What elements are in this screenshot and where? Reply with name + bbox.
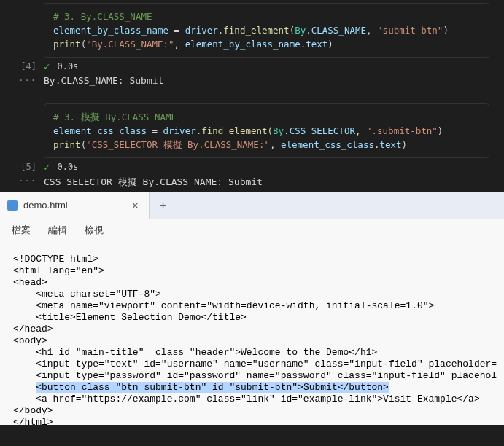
output-row: ··· By.CLASS_NAME: Submit	[12, 75, 489, 86]
code-line: print("By.CLASS_NAME:", element_by_class…	[53, 37, 480, 51]
source-line: <!DOCTYPE html>	[13, 254, 491, 265]
cell-output: By.CLASS_NAME: Submit	[44, 75, 163, 86]
execution-status-row: [5] ✓ 0.0s	[12, 161, 489, 173]
file-icon	[7, 200, 18, 211]
output-row: ··· CSS_SELECTOR 模擬 By.CLASS_NAME: Submi…	[12, 176, 489, 189]
source-line: <input type="text" id="username" name="u…	[13, 359, 491, 370]
source-line: <h1 id="main-title" class="header">Welco…	[13, 347, 491, 359]
tab-demo-html[interactable]: demo.html ×	[0, 192, 150, 219]
tab-bar: demo.html × +	[0, 192, 504, 219]
cell-output: CSS_SELECTOR 模擬 By.CLASS_NAME: Submit	[44, 176, 263, 189]
highlighted-selection: <button class="btn submit-btn" id="submi…	[36, 382, 389, 393]
source-line: <head>	[13, 277, 491, 289]
cell-index: [4]	[12, 61, 36, 71]
source-line: <title>Element Selection Demo</title>	[13, 312, 491, 324]
check-icon: ✓	[44, 60, 50, 72]
source-line: <body>	[13, 335, 491, 347]
ellipsis-icon[interactable]: ···	[12, 176, 36, 186]
code-line: element_by_class_name = driver.find_elem…	[53, 23, 480, 37]
code-cell-1[interactable]: # 3. By.CLASS_NAME element_by_class_name…	[44, 3, 489, 58]
code-line: element_css_class = driver.find_element(…	[53, 124, 480, 138]
menu-file[interactable]: 檔案	[12, 224, 31, 237]
close-icon[interactable]: ×	[132, 199, 139, 212]
ellipsis-icon[interactable]: ···	[12, 75, 36, 85]
editor-content[interactable]: <!DOCTYPE html><html lang="en"><head> <m…	[0, 243, 504, 439]
menu-edit[interactable]: 編輯	[48, 224, 67, 237]
code-line: print("CSS_SELECTOR 模擬 By.CLASS_NAME:", …	[53, 138, 480, 152]
source-line: <input type="password" id="password" nam…	[13, 370, 491, 382]
comment: # 3. By.CLASS_NAME	[53, 11, 152, 22]
menu-bar: 檔案 編輯 檢視	[0, 219, 504, 243]
menu-view[interactable]: 檢視	[85, 224, 104, 237]
comment: # 3. 模擬 By.CLASS_NAME	[53, 112, 177, 122]
new-tab-button[interactable]: +	[150, 198, 177, 212]
source-line-selected: <button class="btn submit-btn" id="submi…	[13, 382, 491, 394]
execution-status-row: [4] ✓ 0.0s	[12, 60, 489, 72]
source-line: </html>	[13, 417, 491, 429]
exec-time: 0.0s	[57, 162, 78, 172]
check-icon: ✓	[44, 161, 50, 173]
source-line: <html lang="en">	[13, 265, 491, 277]
text-editor-window: demo.html × + 檔案 編輯 檢視 <!DOCTYPE html><h…	[0, 192, 504, 425]
cell-index: [5]	[12, 162, 36, 172]
source-line: <a href="https://example.com" class="lin…	[13, 394, 491, 405]
tab-title: demo.html	[23, 200, 68, 211]
exec-time: 0.0s	[57, 61, 78, 71]
source-line: </body>	[13, 405, 491, 417]
notebook-area: # 3. By.CLASS_NAME element_by_class_name…	[0, 0, 504, 189]
source-line: </head>	[13, 324, 491, 335]
source-line: <meta name="viewport" content="width=dev…	[13, 300, 491, 312]
source-line: <meta charset="UTF-8">	[13, 289, 491, 300]
code-cell-2[interactable]: # 3. 模擬 By.CLASS_NAME element_css_class …	[44, 103, 489, 158]
